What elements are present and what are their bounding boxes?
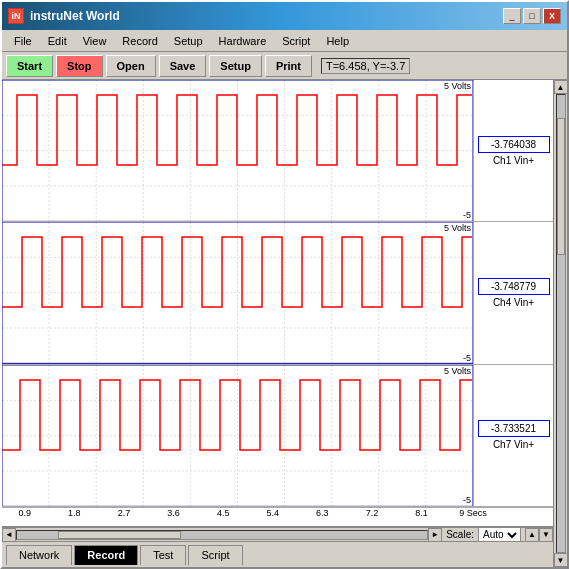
x-tick-2: 2.7 [118,508,131,518]
scroll-thumb[interactable] [58,531,181,539]
tab-record[interactable]: Record [74,545,138,565]
waveform-svg-3 [2,365,473,506]
vertical-scrollbar: ▲ ▼ [553,80,567,567]
horizontal-scrollbar: ◄ ► Scale: Auto ▲ ▼ [2,527,553,541]
chart-row-3: 5 Volts -5 -3.733521 Ch7 Vin+ [2,365,553,507]
x-tick-9: 9 Secs [459,508,487,518]
start-button[interactable]: Start [6,55,53,77]
menu-script[interactable]: Script [274,33,318,49]
menu-hardware[interactable]: Hardware [211,33,275,49]
x-tick-3: 3.6 [167,508,180,518]
maximize-button[interactable]: □ [523,8,541,24]
toolbar: Start Stop Open Save Setup Print T=6.458… [2,52,567,80]
save-button[interactable]: Save [159,55,207,77]
volt-bot-3: -5 [463,495,471,505]
status-bar: Network Record Test Script [2,541,553,567]
side-panel-1: -3.764038 Ch1 Vin+ [473,80,553,221]
volt-top-3: 5 Volts [444,366,471,376]
volt-top-2: 5 Volts [444,223,471,233]
scroll-v-thumb[interactable] [557,118,565,255]
menu-file[interactable]: File [6,33,40,49]
scroll-up-v-button[interactable]: ▲ [554,80,568,94]
x-tick-6: 6.3 [316,508,329,518]
tab-script[interactable]: Script [188,545,242,565]
x-tick-4: 4.5 [217,508,230,518]
x-tick-5: 5.4 [266,508,279,518]
waveform-svg-1 [2,80,473,221]
ch-label-1: Ch1 Vin+ [493,155,534,166]
stop-button[interactable]: Stop [56,55,102,77]
scroll-down-v-button[interactable]: ▼ [554,553,568,567]
main-area: 5 Volts -5 -3.764038 Ch1 Vin+ [2,80,567,567]
chart-row-1: 5 Volts -5 -3.764038 Ch1 Vin+ [2,80,553,222]
value-display-1: -3.764038 [478,136,550,153]
tab-test[interactable]: Test [140,545,186,565]
x-tick-8: 8.1 [415,508,428,518]
x-tick-7: 7.2 [366,508,379,518]
scroll-up-button[interactable]: ▲ [525,528,539,542]
volt-bot-2: -5 [463,353,471,363]
menu-view[interactable]: View [75,33,115,49]
value-display-2: -3.748779 [478,278,550,295]
scroll-v-track[interactable] [556,94,566,553]
value-display-3: -3.733521 [478,420,550,437]
app-icon: iN [8,8,24,24]
scroll-right-button[interactable]: ► [428,528,442,542]
x-tick-0: 0.9 [19,508,32,518]
x-axis: 0.9 1.8 2.7 3.6 4.5 5.4 6.3 7.2 8.1 9 Se… [2,507,553,527]
menu-bar: File Edit View Record Setup Hardware Scr… [2,30,567,52]
ch-label-3: Ch7 Vin+ [493,439,534,450]
main-window: iN instruNet World _ □ X File Edit View … [0,0,569,569]
window-title: instruNet World [30,9,497,23]
setup-button[interactable]: Setup [209,55,262,77]
waveform-svg-2 [2,222,473,363]
ch-label-2: Ch4 Vin+ [493,297,534,308]
tab-bar: Network Record Test Script [2,545,247,565]
title-bar: iN instruNet World _ □ X [2,2,567,30]
scale-label: Scale: [446,529,474,540]
chart-canvas-3: 5 Volts -5 [2,365,473,506]
scroll-down-button[interactable]: ▼ [539,528,553,542]
minimize-button[interactable]: _ [503,8,521,24]
menu-edit[interactable]: Edit [40,33,75,49]
scroll-left-button[interactable]: ◄ [2,528,16,542]
menu-record[interactable]: Record [114,33,165,49]
chart-canvas-2: 5 Volts -5 [2,222,473,363]
side-panel-3: -3.733521 Ch7 Vin+ [473,365,553,506]
open-button[interactable]: Open [106,55,156,77]
status-display: T=6.458, Y=-3.7 [321,58,410,74]
side-panel-2: -3.748779 Ch4 Vin+ [473,222,553,363]
menu-setup[interactable]: Setup [166,33,211,49]
chart-row-2: 5 Volts -5 -3.748779 Ch4 Vin+ [2,222,553,364]
window-controls: _ □ X [503,8,561,24]
tab-network[interactable]: Network [6,545,72,565]
close-button[interactable]: X [543,8,561,24]
x-tick-1: 1.8 [68,508,81,518]
menu-help[interactable]: Help [318,33,357,49]
print-button[interactable]: Print [265,55,312,77]
volt-top-1: 5 Volts [444,81,471,91]
volt-bot-1: -5 [463,210,471,220]
chart-canvas-1: 5 Volts -5 [2,80,473,221]
scroll-track[interactable] [16,530,428,540]
